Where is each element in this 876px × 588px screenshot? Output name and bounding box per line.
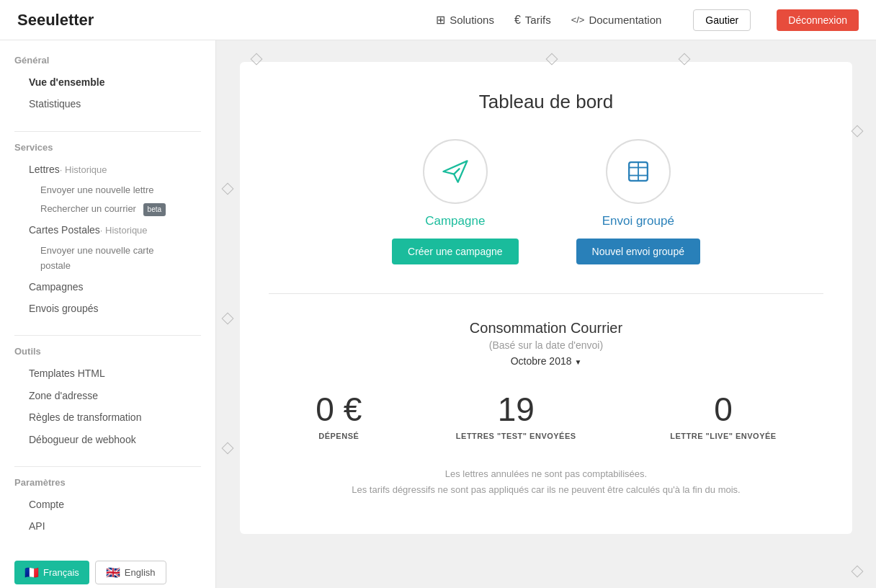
stat-depense-number: 0 €: [316, 393, 362, 426]
campaign-card: Campagne Créer une campagne: [392, 139, 519, 264]
stat-depense: 0 € DÉPENSÉ: [316, 393, 362, 440]
nav-documentation-label: Documentation: [589, 14, 661, 26]
sidebar-item-vue-ensemble[interactable]: Vue d'ensemble: [14, 71, 201, 93]
grid-icon: ⊞: [436, 13, 445, 27]
caret-down-icon: ▼: [574, 358, 581, 366]
sidebar: Général Vue d'ensemble Statistiques Serv…: [0, 40, 216, 588]
campagne-icon-circle: [423, 139, 488, 204]
envoi-groupe-icon-circle: [606, 139, 671, 204]
sidebar-parametres-title: Paramètres: [14, 477, 201, 488]
sidebar-divider-2: [14, 335, 201, 336]
lang-fr-label: Français: [43, 567, 79, 578]
flag-fr-icon: 🇫🇷: [24, 566, 39, 579]
stat-lettre-live: 0 LETTRE "LIVE" ENVOYÉE: [670, 393, 776, 440]
brand-logo: Seeuletter: [17, 11, 94, 30]
sidebar-item-envois-groupes[interactable]: Envois groupés: [14, 298, 201, 319]
sidebar-item-envoyer-carte[interactable]: Envoyer une nouvelle carte postale: [14, 241, 201, 276]
cartes-postales-label: Cartes Postales: [29, 224, 100, 236]
note-2: Les tarifs dégressifs ne sont pas appliq…: [269, 482, 823, 498]
sidebar-services-section: Services Lettres· Historique Envoyer une…: [0, 142, 215, 329]
sidebar-general-section: Général Vue d'ensemble Statistiques: [0, 55, 215, 124]
sidebar-historique-lettres-label: · Historique: [60, 164, 107, 175]
stats-row: 0 € DÉPENSÉ 19 LETTRES "TEST" ENVOYÉES 0…: [269, 393, 823, 440]
flag-en-icon: 🇬🇧: [106, 566, 120, 579]
sidebar-outils-title: Outils: [14, 346, 201, 357]
nav-tarifs[interactable]: € Tarifs: [514, 14, 551, 27]
sidebar-item-campagnes[interactable]: Campagnes: [14, 276, 201, 298]
language-buttons: 🇫🇷 Français 🇬🇧 English: [0, 552, 215, 588]
stat-lettre-live-number: 0: [670, 393, 776, 426]
sidebar-item-statistiques[interactable]: Statistiques: [14, 93, 201, 115]
deco-11: [222, 442, 234, 455]
month-label: Octobre 2018: [511, 355, 572, 367]
sidebar-item-cartes-postales[interactable]: Cartes Postales· Historique: [14, 219, 201, 241]
note-1: Les lettres annulées ne sont pas comptab…: [269, 466, 823, 482]
sidebar-item-lettres[interactable]: Lettres· Historique: [14, 159, 201, 181]
navbar: Seeuletter ⊞ Solutions € Tarifs </> Docu…: [0, 0, 876, 40]
sidebar-item-regles-transformation[interactable]: Règles de transformation: [14, 406, 201, 428]
sidebar-divider-3: [14, 466, 201, 467]
sidebar-outils-section: Outils Templates HTML Zone d'adresse Règ…: [0, 346, 215, 459]
user-button[interactable]: Gautier: [693, 9, 751, 31]
sidebar-parametres-section: Paramètres Compte API: [0, 477, 215, 546]
deco-4: [852, 125, 864, 138]
lang-fr-button[interactable]: 🇫🇷 Français: [14, 561, 89, 584]
stat-lettres-test: 19 LETTRES "TEST" ENVOYÉES: [456, 393, 576, 440]
sidebar-general-title: Général: [14, 55, 201, 66]
lang-en-button[interactable]: 🇬🇧 English: [95, 561, 166, 584]
nav-documentation[interactable]: </> Documentation: [571, 14, 662, 26]
deco-9: [222, 183, 234, 195]
section-divider: [269, 293, 823, 294]
nav-solutions-label: Solutions: [450, 14, 494, 26]
envoi-groupe-icon: [622, 156, 654, 187]
nav-solutions[interactable]: ⊞ Solutions: [436, 13, 494, 27]
consommation-notes: Les lettres annulées ne sont pas comptab…: [269, 466, 823, 498]
sidebar-item-debogueur-webhook[interactable]: Débogueur de webhook: [14, 429, 201, 450]
dashboard-card: Tableau de bord Campagne Créer une campa…: [240, 62, 852, 534]
consommation-subtitle: (Basé sur la date d'envoi): [269, 339, 823, 351]
sidebar-services-title: Services: [14, 142, 201, 153]
paper-plane-icon: [439, 156, 471, 187]
consommation-title: Consommation Courrier: [269, 320, 823, 337]
stat-lettres-test-number: 19: [456, 393, 576, 426]
historique-cartes-label: · Historique: [100, 225, 148, 236]
envoi-groupe-card: Envoi groupé Nouvel envoi groupé: [576, 139, 700, 264]
creer-campagne-button[interactable]: Créer une campagne: [392, 239, 519, 264]
lang-en-label: English: [125, 567, 156, 578]
deco-10: [222, 313, 234, 325]
nav-tarifs-label: Tarifs: [525, 14, 551, 26]
deconnexion-button[interactable]: Déconnexion: [777, 9, 859, 31]
beta-badge: beta: [143, 203, 166, 216]
code-icon: </>: [571, 14, 585, 25]
deco-5: [852, 565, 864, 577]
main-content: Tableau de bord Campagne Créer une campa…: [216, 40, 876, 588]
sidebar-item-envoyer-lettre[interactable]: Envoyer une nouvelle lettre: [14, 181, 201, 200]
sidebar-item-api[interactable]: API: [14, 515, 201, 537]
sidebar-lettres-label: Lettres: [29, 164, 60, 175]
layout: Général Vue d'ensemble Statistiques Serv…: [0, 40, 876, 588]
stat-lettre-live-label: LETTRE "LIVE" ENVOYÉE: [670, 432, 776, 440]
sidebar-item-rechercher-courrier[interactable]: Rechercher un courrier beta: [14, 200, 201, 219]
campagne-label: Campagne: [425, 214, 485, 228]
dashboard-title: Tableau de bord: [269, 91, 823, 113]
nav-menu: ⊞ Solutions € Tarifs </> Documentation G…: [436, 9, 859, 31]
stat-depense-label: DÉPENSÉ: [316, 432, 362, 440]
stat-lettres-test-label: LETTRES "TEST" ENVOYÉES: [456, 432, 576, 440]
campaign-row: Campagne Créer une campagne Envoi groupé: [269, 139, 823, 264]
envoi-groupe-label: Envoi groupé: [602, 214, 674, 228]
rechercher-courrier-label: Rechercher un courrier: [40, 203, 136, 214]
sidebar-divider-1: [14, 131, 201, 132]
month-selector[interactable]: Octobre 2018 ▼: [269, 355, 823, 367]
sidebar-item-compte[interactable]: Compte: [14, 494, 201, 515]
nouvel-envoi-button[interactable]: Nouvel envoi groupé: [576, 239, 700, 264]
euro-icon: €: [514, 14, 521, 27]
sidebar-item-zone-adresse[interactable]: Zone d'adresse: [14, 385, 201, 406]
sidebar-item-templates-html[interactable]: Templates HTML: [14, 362, 201, 384]
